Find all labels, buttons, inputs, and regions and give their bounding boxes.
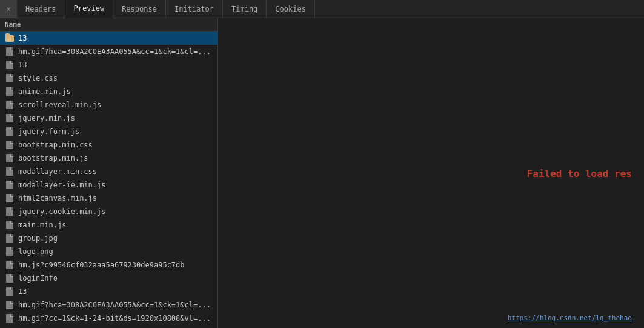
file-icon — [5, 247, 15, 256]
list-item[interactable]: anime.min.js — [0, 85, 217, 98]
file-icon — [5, 300, 15, 310]
tab-response[interactable]: Response — [113, 0, 166, 18]
file-item-name: main.min.js — [18, 221, 66, 229]
file-icon — [5, 180, 15, 190]
close-tab-button[interactable]: × — [0, 0, 17, 18]
file-item-name: hm.gif?hca=308A2C0EA3AA055A&cc=1&ck=1&cl… — [18, 47, 211, 56]
file-icon — [5, 153, 15, 163]
file-icon — [5, 140, 15, 150]
file-item-name: jquery.cookie.min.js — [18, 207, 106, 216]
file-icon — [5, 273, 15, 283]
file-item-name: jquery.min.js — [18, 114, 75, 122]
file-item-name: hm.js?c99546cf032aaa5a679230de9a95c7db — [18, 261, 185, 269]
file-item-name: anime.min.js — [18, 87, 71, 96]
file-icon — [5, 100, 15, 110]
file-icon — [5, 127, 15, 136]
tab-timing[interactable]: Timing — [223, 0, 267, 18]
list-item[interactable]: jquery.cookie.min.js — [0, 205, 217, 218]
main-content: Name 13hm.gif?hca=308A2C0EA3AA055A&cc=1&… — [0, 18, 644, 328]
file-item-name: modallayer-ie.min.js — [18, 181, 106, 189]
file-item-name: 13 — [18, 287, 27, 296]
file-icon — [5, 113, 15, 123]
file-icon — [5, 287, 15, 296]
list-item[interactable]: html2canvas.min.js — [0, 192, 217, 205]
tab-initiator[interactable]: Initiator — [166, 0, 223, 18]
list-item[interactable]: modallayer.min.css — [0, 165, 217, 178]
list-item[interactable]: bootstrap.min.css — [0, 138, 217, 152]
file-item-name: 13 — [18, 34, 27, 42]
list-item[interactable]: main.min.js — [0, 218, 217, 232]
preview-panel: Failed to load res https://blog.csdn.net… — [218, 18, 644, 328]
list-item[interactable]: loginInfo — [0, 272, 217, 285]
tab-bar: × Headers Preview Response Initiator Tim… — [0, 0, 644, 18]
file-icon — [5, 87, 15, 96]
list-item[interactable]: group.jpg — [0, 232, 217, 245]
list-item[interactable]: modallayer-ie.min.js — [0, 178, 217, 192]
tab-cookies[interactable]: Cookies — [267, 0, 315, 18]
file-icon — [5, 207, 15, 216]
file-item-name: html2canvas.min.js — [18, 194, 97, 202]
list-item[interactable]: jquery.form.js — [0, 125, 217, 138]
file-icon — [5, 47, 15, 56]
file-icon — [5, 193, 15, 203]
list-item[interactable]: hm.js?c99546cf032aaa5a679230de9a95c7db — [0, 258, 217, 272]
list-item[interactable]: 13 — [0, 285, 217, 298]
list-item[interactable]: 13 — [0, 32, 217, 45]
list-item[interactable]: jquery.min.js — [0, 112, 217, 125]
file-item-name: jquery.form.js — [18, 127, 79, 136]
file-item-name: logo.png — [18, 247, 53, 256]
file-item-name: scrollreveal.min.js — [18, 101, 101, 109]
file-item-name: loginInfo — [18, 274, 58, 283]
file-icon — [5, 233, 15, 243]
list-item[interactable]: hm.gif?cc=1&ck=1-24-bit&ds=1920x10808&vl… — [0, 312, 217, 325]
file-item-name: bootstrap.min.js — [18, 154, 88, 162]
file-item-name: hm.gif?hca=308A2C0EA3AA055A&cc=1&ck=1&cl… — [18, 301, 211, 309]
file-list-container: 13hm.gif?hca=308A2C0EA3AA055A&cc=1&ck=1&… — [0, 32, 217, 325]
file-item-name: hm.gif?cc=1&ck=1-24-bit&ds=1920x10808&vl… — [18, 314, 211, 323]
list-item[interactable]: hm.gif?hca=308A2C0EA3AA055A&cc=1&ck=1&cl… — [0, 45, 217, 58]
file-item-name: bootstrap.min.css — [18, 141, 93, 149]
column-header-name: Name — [0, 18, 217, 32]
file-item-name: style.css — [18, 74, 58, 82]
tab-preview[interactable]: Preview — [65, 0, 114, 18]
list-item[interactable]: 13 — [0, 58, 217, 72]
file-list-panel: Name 13hm.gif?hca=308A2C0EA3AA055A&cc=1&… — [0, 18, 218, 328]
list-item[interactable]: bootstrap.min.js — [0, 152, 217, 165]
preview-url-link[interactable]: https://blog.csdn.net/lg_thehao — [508, 314, 632, 322]
preview-error-message: Failed to load res — [527, 167, 632, 179]
list-item[interactable]: style.css — [0, 72, 217, 85]
tab-headers[interactable]: Headers — [17, 0, 65, 18]
file-item-name: 13 — [18, 61, 27, 69]
file-icon — [5, 260, 15, 270]
file-icon — [5, 220, 15, 230]
list-item[interactable]: hm.gif?hca=308A2C0EA3AA055A&cc=1&ck=1&cl… — [0, 298, 217, 312]
file-icon — [5, 167, 15, 176]
file-icon — [5, 313, 15, 323]
file-icon — [5, 60, 15, 70]
folder-icon — [5, 33, 15, 43]
list-item[interactable]: scrollreveal.min.js — [0, 98, 217, 112]
list-item[interactable]: logo.png — [0, 245, 217, 258]
file-item-name: group.jpg — [18, 234, 58, 243]
file-item-name: modallayer.min.css — [18, 167, 97, 176]
file-icon — [5, 73, 15, 83]
